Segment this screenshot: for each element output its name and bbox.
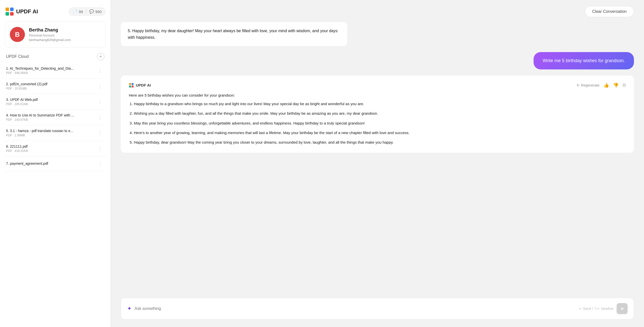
app-name: UPDF AI	[16, 8, 38, 15]
main-header: Clear Conversation	[111, 0, 644, 17]
file-main: 2. pdf24_converted (2).pdf PDF · 10.81MB	[6, 82, 47, 90]
file-meta: PDF · 419.31KB	[6, 149, 28, 153]
file-name: 1. AI_Techniques_for_Detecting_and_Dia..…	[6, 66, 74, 70]
ai-actions: ↻ Regenerate 👍 👎 ⧉	[577, 83, 626, 88]
doc-count: 99	[79, 10, 83, 14]
wish-item: Happy birthday to a grandson who brings …	[134, 101, 626, 107]
cloud-header: UPDF Cloud +	[5, 53, 105, 60]
regenerate-icon: ↻	[577, 83, 580, 87]
chat-badge: 💬 990	[89, 9, 102, 14]
file-item[interactable]: 5. 3.1 - hamza - pdf translate russian t…	[5, 125, 105, 141]
file-item[interactable]: 2. pdf24_converted (2).pdf PDF · 10.81MB…	[5, 78, 105, 94]
file-meta: PDF · 165.51KB	[6, 102, 38, 106]
file-item[interactable]: 6. 221111.pdf PDF · 419.31KB ⋮	[5, 141, 105, 156]
chat-count: 990	[95, 10, 102, 14]
file-item[interactable]: 7. payment_agreement.pdf ⋮	[5, 156, 105, 171]
file-name: 6. 221111.pdf	[6, 144, 28, 148]
wish-item: Here's to another year of growing, learn…	[134, 130, 626, 136]
file-name: 4. How to Use AI to Summarize PDF with .…	[6, 113, 74, 117]
input-area: ✦ ↵ Send / ⇧↵ Newline ➤	[121, 298, 634, 319]
main-chat-area: Clear Conversation 5. Happy birthday, my…	[111, 0, 644, 327]
svg-rect-2	[6, 12, 9, 16]
send-icon: ➤	[620, 306, 624, 311]
avatar: B	[10, 27, 25, 42]
ai-response: UPDF AI ↻ Regenerate 👍 👎 ⧉ Here are 5 bi…	[121, 75, 634, 153]
file-name: 5. 3.1 - hamza - pdf translate russian t…	[6, 129, 73, 133]
ai-response-header: UPDF AI ↻ Regenerate 👍 👎 ⧉	[129, 83, 626, 88]
file-name: 7. payment_agreement.pdf	[6, 161, 48, 166]
regenerate-button[interactable]: ↻ Regenerate	[577, 83, 599, 87]
svg-rect-3	[10, 12, 14, 16]
chat-input[interactable]	[135, 306, 576, 311]
file-main: 3. UPDF AI Web.pdf PDF · 165.51KB	[6, 98, 38, 106]
file-menu-icon[interactable]: ⋮	[96, 98, 104, 106]
file-meta: PDF · 446.06KB	[6, 71, 74, 75]
thumbs-down-button[interactable]: 👎	[613, 83, 619, 88]
user-email: berthazhang829@gmail.com	[29, 38, 71, 42]
file-menu-icon[interactable]: ⋮	[96, 145, 104, 152]
cloud-title: UPDF Cloud	[6, 54, 29, 59]
sidebar-header: UPDF AI 📄 99 💬 990	[5, 7, 105, 16]
logo-area: UPDF AI	[5, 7, 38, 16]
wish-item: Happy birthday, dear grandson! May the c…	[134, 139, 626, 146]
file-main: 5. 3.1 - hamza - pdf translate russian t…	[6, 129, 73, 137]
ai-content: Here are 5 birthday wishes you can consi…	[129, 92, 626, 146]
svg-rect-4	[129, 83, 131, 85]
file-meta: PDF · 1.08MB	[6, 134, 73, 137]
send-button[interactable]: ➤	[617, 303, 628, 314]
wish-item: May this year bring you countless blessi…	[134, 120, 626, 127]
updf-ai-icon	[129, 83, 134, 88]
doc-icon: 📄	[73, 9, 77, 14]
file-menu-icon[interactable]: ⋮	[96, 83, 104, 90]
file-meta: PDF · 143.67KB	[6, 118, 74, 121]
file-item[interactable]: 3. UPDF AI Web.pdf PDF · 165.51KB ⋮	[5, 94, 105, 110]
file-main: 7. payment_agreement.pdf	[6, 161, 48, 166]
chat-area: 5. Happy birthday, my dear daughter! May…	[111, 17, 644, 298]
file-menu-icon[interactable]: ⋮	[96, 114, 104, 121]
thumbs-up-button[interactable]: 👍	[603, 83, 609, 88]
header-badges: 📄 99 💬 990	[69, 8, 105, 16]
badge-divider	[86, 10, 86, 13]
previous-user-message: 5. Happy birthday, my dear daughter! May…	[121, 22, 347, 46]
svg-rect-7	[132, 86, 134, 88]
file-main: 6. 221111.pdf PDF · 419.31KB	[6, 144, 28, 153]
file-menu-icon[interactable]: ⋮	[96, 67, 104, 74]
file-menu-icon[interactable]: ⋮	[96, 160, 104, 168]
copy-button[interactable]: ⧉	[623, 83, 626, 88]
file-main: 4. How to Use AI to Summarize PDF with .…	[6, 113, 74, 121]
add-file-button[interactable]: +	[97, 53, 104, 60]
user-card: B Bertha Zhang Personal Account berthazh…	[5, 21, 105, 48]
ai-brand: UPDF AI	[129, 83, 151, 88]
prev-user-msg-text: 5. Happy birthday, my dear daughter! May…	[128, 29, 338, 39]
svg-rect-6	[129, 86, 131, 88]
user-info: Bertha Zhang Personal Account berthazhan…	[29, 27, 71, 42]
regenerate-label: Regenerate	[581, 83, 599, 87]
svg-rect-1	[10, 8, 14, 11]
svg-rect-5	[132, 83, 134, 85]
user-name: Bertha Zhang	[29, 27, 71, 33]
ai-intro-text: Here are 5 birthday wishes you can consi…	[129, 92, 626, 99]
file-meta: PDF · 10.81MB	[6, 87, 47, 90]
chat-icon: 💬	[89, 9, 94, 14]
input-hint: ↵ Send / ⇧↵ Newline	[579, 307, 614, 311]
file-item[interactable]: 4. How to Use AI to Summarize PDF with .…	[5, 110, 105, 125]
file-name: 3. UPDF AI Web.pdf	[6, 98, 38, 102]
file-list: 1. AI_Techniques_for_Detecting_and_Dia..…	[5, 63, 105, 171]
cloud-section: UPDF Cloud + 1. AI_Techniques_for_Detect…	[5, 53, 105, 322]
file-menu-icon[interactable]: ⋮	[96, 129, 104, 137]
ai-wish-list: Happy birthday to a grandson who brings …	[129, 101, 626, 146]
file-main: 1. AI_Techniques_for_Detecting_and_Dia..…	[6, 66, 74, 75]
current-user-message: Write me 5 birthday wishes for grandson.	[534, 52, 634, 69]
user-msg-text: Write me 5 birthday wishes for grandson.	[543, 58, 625, 63]
file-name: 2. pdf24_converted (2).pdf	[6, 82, 47, 86]
wish-item: Wishing you a day filled with laughter, …	[134, 110, 626, 117]
sidebar: UPDF AI 📄 99 💬 990 B Bertha Zhang Person…	[0, 0, 111, 327]
avatar-letter: B	[15, 31, 20, 38]
clear-conversation-button[interactable]: Clear Conversation	[585, 6, 634, 17]
file-item[interactable]: 1. AI_Techniques_for_Detecting_and_Dia..…	[5, 63, 105, 78]
doc-badge: 📄 99	[73, 9, 83, 14]
spark-icon: ✦	[127, 305, 132, 312]
svg-rect-0	[6, 8, 9, 11]
ai-brand-label: UPDF AI	[136, 83, 151, 87]
updf-logo-icon	[5, 7, 14, 16]
